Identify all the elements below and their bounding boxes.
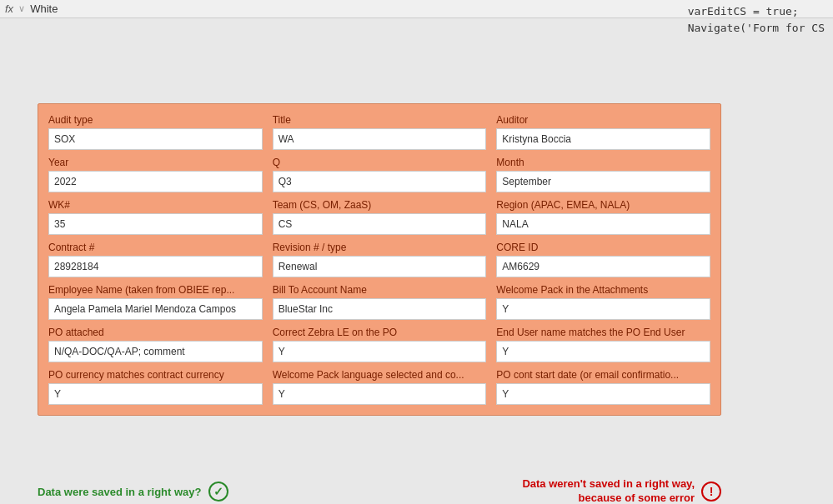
field-label-15: PO attached xyxy=(48,327,263,338)
field-label-13: Bill To Account Name xyxy=(273,284,487,296)
field-label-1: Title xyxy=(273,114,487,126)
field-label-18: PO currency matches contract currency xyxy=(48,369,263,381)
field-group-19: Welcome Pack language selected and co... xyxy=(273,369,487,405)
field-group-1: Title xyxy=(273,114,487,150)
cell-name-box: White xyxy=(30,2,58,15)
field-group-14: Welcome Pack in the Attachments xyxy=(496,284,710,320)
field-input-8[interactable] xyxy=(496,213,710,235)
field-group-18: PO currency matches contract currency xyxy=(48,369,263,405)
field-label-7: Team (CS, OM, ZaaS) xyxy=(273,199,487,211)
field-group-10: Revision # / type xyxy=(273,242,487,277)
field-group-16: Correct Zebra LE on the PO xyxy=(273,327,487,362)
field-input-3[interactable] xyxy=(48,171,263,192)
field-input-17[interactable] xyxy=(496,341,710,362)
form-scroll: Audit typeTitleAuditorYearQMonthWK#Team … xyxy=(48,114,710,405)
field-group-4: Q xyxy=(273,157,487,192)
field-label-19: Welcome Pack language selected and co... xyxy=(273,369,487,381)
field-label-2: Auditor xyxy=(496,114,710,126)
check-icon: ✓ xyxy=(208,482,228,502)
field-group-6: WK# xyxy=(48,199,263,235)
field-label-6: WK# xyxy=(48,199,263,211)
form-grid: Audit typeTitleAuditorYearQMonthWK#Team … xyxy=(48,114,710,405)
field-label-20: PO cont start date (or email confirmatio… xyxy=(496,369,710,381)
field-input-19[interactable] xyxy=(273,383,487,405)
field-label-9: Contract # xyxy=(48,242,263,253)
field-label-0: Audit type xyxy=(48,114,263,126)
field-input-16[interactable] xyxy=(273,341,487,362)
field-label-11: CORE ID xyxy=(496,242,710,253)
field-input-0[interactable] xyxy=(48,128,263,150)
field-input-14[interactable] xyxy=(496,298,710,320)
field-input-9[interactable] xyxy=(48,256,263,277)
fx-label: fx xyxy=(5,2,13,15)
field-group-0: Audit type xyxy=(48,114,263,150)
code-line1: varEditCS = true; xyxy=(688,3,825,20)
field-label-10: Revision # / type xyxy=(273,242,487,253)
error-icon: ! xyxy=(701,482,721,502)
field-label-3: Year xyxy=(48,157,263,168)
field-input-10[interactable] xyxy=(273,256,487,277)
field-group-20: PO cont start date (or email confirmatio… xyxy=(496,369,710,405)
field-group-2: Auditor xyxy=(496,114,710,150)
main-area: Audit typeTitleAuditorYearQMonthWK#Team … xyxy=(0,37,833,504)
field-group-3: Year xyxy=(48,157,263,192)
field-input-13[interactable] xyxy=(273,298,487,320)
field-input-6[interactable] xyxy=(48,213,263,235)
field-group-8: Region (APAC, EMEA, NALA) xyxy=(496,199,710,235)
field-label-4: Q xyxy=(273,157,487,168)
field-label-8: Region (APAC, EMEA, NALA) xyxy=(496,199,710,211)
field-group-12: Employee Name (taken from OBIEE rep... xyxy=(48,284,263,320)
field-label-5: Month xyxy=(496,157,710,168)
field-group-7: Team (CS, OM, ZaaS) xyxy=(273,199,487,235)
field-input-2[interactable] xyxy=(496,128,710,150)
field-input-15[interactable] xyxy=(48,341,263,362)
field-input-1[interactable] xyxy=(273,128,487,150)
field-label-14: Welcome Pack in the Attachments xyxy=(496,284,710,296)
field-input-7[interactable] xyxy=(273,213,487,235)
field-input-4[interactable] xyxy=(273,171,487,192)
field-input-12[interactable] xyxy=(48,298,263,320)
status-success: Data were saved in a right way? ✓ xyxy=(38,482,228,502)
status-bar: Data were saved in a right way? ✓ Data w… xyxy=(38,477,721,504)
field-label-12: Employee Name (taken from OBIEE rep... xyxy=(48,284,263,296)
fx-arrow: ∨ xyxy=(18,3,25,14)
field-group-17: End User name matches the PO End User xyxy=(496,327,710,362)
field-label-16: Correct Zebra LE on the PO xyxy=(273,327,487,338)
field-input-20[interactable] xyxy=(496,383,710,405)
error-text: Data weren't saved in a right way, becau… xyxy=(511,477,695,504)
field-group-9: Contract # xyxy=(48,242,263,277)
status-error: Data weren't saved in a right way, becau… xyxy=(511,477,721,504)
success-text: Data were saved in a right way? xyxy=(38,486,202,498)
field-group-5: Month xyxy=(496,157,710,192)
form-container: Audit typeTitleAuditorYearQMonthWK#Team … xyxy=(38,103,721,416)
code-line2: Navigate('Form for CS xyxy=(688,20,825,37)
field-label-17: End User name matches the PO End User xyxy=(496,327,710,338)
field-group-13: Bill To Account Name xyxy=(273,284,487,320)
field-input-11[interactable] xyxy=(496,256,710,277)
field-group-11: CORE ID xyxy=(496,242,710,277)
field-input-18[interactable] xyxy=(48,383,263,405)
field-input-5[interactable] xyxy=(496,171,710,192)
field-group-15: PO attached xyxy=(48,327,263,362)
